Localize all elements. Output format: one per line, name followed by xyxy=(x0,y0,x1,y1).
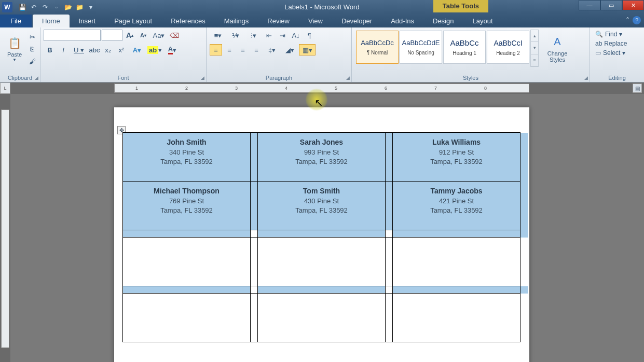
strikethrough-button[interactable]: abc xyxy=(88,44,101,55)
font-size-combo[interactable] xyxy=(102,30,122,41)
shrink-font-icon[interactable]: A▾ xyxy=(137,30,149,41)
label-cell[interactable] xyxy=(393,238,520,286)
clipboard-launcher-icon[interactable]: ◢ xyxy=(35,75,38,80)
line-spacing-icon[interactable]: ‡▾ xyxy=(264,44,280,55)
tab-design[interactable]: Design xyxy=(423,15,463,27)
label-header-strip xyxy=(123,230,251,238)
undo-icon[interactable]: ↶ xyxy=(29,3,38,12)
align-center-button[interactable]: ≡ xyxy=(223,44,236,55)
replace-button[interactable]: abReplace xyxy=(593,39,641,48)
bullets-icon[interactable]: ≡▾ xyxy=(210,30,226,41)
label-header-strip xyxy=(258,286,386,294)
qat-more-icon[interactable]: ▾ xyxy=(86,3,95,12)
italic-button[interactable]: I xyxy=(57,44,70,55)
style-heading-1[interactable]: AaBbCcHeading 1 xyxy=(443,31,486,64)
select-button[interactable]: ▭Select ▾ xyxy=(593,48,641,58)
label-cell[interactable]: Luka Williams912 Pine StTampa, FL 33592 xyxy=(393,133,520,182)
label-city: Tampa, FL 33592 xyxy=(125,158,248,165)
styles-launcher-icon[interactable]: ◢ xyxy=(584,75,588,80)
bold-button[interactable]: B xyxy=(44,44,56,55)
label-cell[interactable]: John Smith340 Pine StTampa, FL 33592 xyxy=(123,133,251,182)
label-cell[interactable]: Tammy Jacobs421 Pine StTampa, FL 33592 xyxy=(393,182,520,230)
clipboard-group-label: Clipboard xyxy=(3,74,37,82)
text-effects-icon[interactable]: A▾ xyxy=(129,44,145,55)
label-cell[interactable]: Michael Thompson769 Pine StTampa, FL 335… xyxy=(123,182,251,230)
minimize-button[interactable]: — xyxy=(579,0,600,10)
labels-table[interactable]: John Smith340 Pine StTampa, FL 33592Sara… xyxy=(122,132,528,342)
view-ruler-toggle[interactable]: ▤ xyxy=(633,83,642,93)
font-color-icon[interactable]: A▾ xyxy=(164,44,181,55)
redo-icon[interactable]: ↷ xyxy=(40,3,50,12)
justify-button[interactable]: ≡ xyxy=(250,44,263,55)
file-tab[interactable]: File xyxy=(0,15,32,27)
style-normal[interactable]: AaBbCcDc¶ Normal xyxy=(356,31,399,64)
multilevel-list-icon[interactable]: ⁝▾ xyxy=(245,30,262,41)
tab-review[interactable]: Review xyxy=(258,15,299,27)
page[interactable]: ✥ John Smith340 Pine StTampa, FL 33592Sa… xyxy=(114,107,529,362)
minimize-ribbon-icon[interactable]: ˄ xyxy=(626,16,629,24)
cut-icon[interactable]: ✂ xyxy=(26,32,38,43)
close-button[interactable]: ✕ xyxy=(622,0,644,10)
tab-home[interactable]: Home xyxy=(33,15,70,27)
highlight-color-icon[interactable]: ab▾ xyxy=(146,44,163,55)
style-heading-2[interactable]: AaBbCcIHeading 2 xyxy=(487,31,529,64)
tab-add-ins[interactable]: Add-Ins xyxy=(381,15,423,27)
style-no-spacing[interactable]: AaBbCcDdENo Spacing xyxy=(400,31,442,64)
styles-up-icon[interactable]: ▴ xyxy=(531,30,538,42)
decrease-indent-icon[interactable]: ⇤ xyxy=(263,30,275,41)
label-cell[interactable] xyxy=(393,294,520,342)
ruler-corner[interactable]: L xyxy=(0,82,10,94)
help-icon[interactable]: ? xyxy=(633,16,641,24)
styles-down-icon[interactable]: ▾ xyxy=(531,42,538,54)
copy-icon[interactable]: ⎘ xyxy=(26,44,38,54)
subscript-button[interactable]: x₂ xyxy=(102,44,114,55)
label-cell[interactable] xyxy=(123,238,251,286)
vertical-ruler[interactable] xyxy=(1,109,9,348)
change-case-icon[interactable]: Aa▾ xyxy=(150,30,167,41)
new-icon[interactable]: ▫ xyxy=(52,3,61,12)
label-name: Michael Thompson xyxy=(125,187,248,195)
tab-insert[interactable]: Insert xyxy=(70,15,105,27)
label-name: Sarah Jones xyxy=(260,138,383,146)
align-left-button[interactable]: ≡ xyxy=(210,44,222,55)
label-cell[interactable] xyxy=(258,294,386,342)
format-painter-icon[interactable]: 🖌 xyxy=(26,56,38,67)
change-styles-button[interactable]: A Change Styles xyxy=(542,30,573,67)
tab-references[interactable]: References xyxy=(161,15,214,27)
label-cell[interactable]: Tom Smith430 Pine StTampa, FL 33592 xyxy=(258,182,386,230)
group-paragraph: ≡▾ ⅟▾ ⁝▾ ⇤ ⇥ A↓ ¶ ≡ ≡ ≡ ≡ ‡▾ ◢▾ ▦▾ Parag… xyxy=(207,27,352,82)
align-right-button[interactable]: ≡ xyxy=(237,44,249,55)
numbering-icon[interactable]: ⅟▾ xyxy=(227,30,244,41)
tab-layout[interactable]: Layout xyxy=(463,15,502,27)
tab-developer[interactable]: Developer xyxy=(332,15,381,27)
label-cell[interactable] xyxy=(258,238,386,286)
horizontal-ruler[interactable]: 12345678 xyxy=(114,83,529,93)
find-icon: 🔍 xyxy=(595,31,603,38)
paragraph-launcher-icon[interactable]: ◢ xyxy=(346,75,350,80)
maximize-button[interactable]: ▭ xyxy=(600,0,622,10)
label-header-strip xyxy=(258,230,386,238)
styles-more-icon[interactable]: ≡ xyxy=(531,54,538,66)
tab-view[interactable]: View xyxy=(299,15,332,27)
tab-page-layout[interactable]: Page Layout xyxy=(105,15,161,27)
show-marks-icon[interactable]: ¶ xyxy=(303,30,316,41)
underline-button[interactable]: U ▾ xyxy=(71,44,87,55)
clear-formatting-icon[interactable]: ⌫ xyxy=(168,30,181,41)
sort-icon[interactable]: A↓ xyxy=(290,30,302,41)
grow-font-icon[interactable]: A▴ xyxy=(124,30,136,41)
tab-mailings[interactable]: Mailings xyxy=(215,15,258,27)
increase-indent-icon[interactable]: ⇥ xyxy=(276,30,289,41)
save-icon[interactable]: 💾 xyxy=(18,3,27,12)
shading-icon[interactable]: ◢▾ xyxy=(281,44,298,55)
open-icon[interactable]: 📂 xyxy=(63,3,73,12)
font-launcher-icon[interactable]: ◢ xyxy=(201,75,204,80)
superscript-button[interactable]: x² xyxy=(115,44,128,55)
label-cell[interactable] xyxy=(123,294,251,342)
label-cell[interactable]: Sarah Jones993 Pine StTampa, FL 33592 xyxy=(258,133,386,182)
qat2-icon[interactable]: 📁 xyxy=(75,3,84,12)
find-button[interactable]: 🔍Find ▾ xyxy=(593,30,641,39)
borders-icon[interactable]: ▦▾ xyxy=(299,44,316,55)
select-icon: ▭ xyxy=(595,49,601,57)
font-name-combo[interactable] xyxy=(44,30,101,41)
paste-button[interactable]: 📋 Paste ▼ xyxy=(3,30,26,67)
